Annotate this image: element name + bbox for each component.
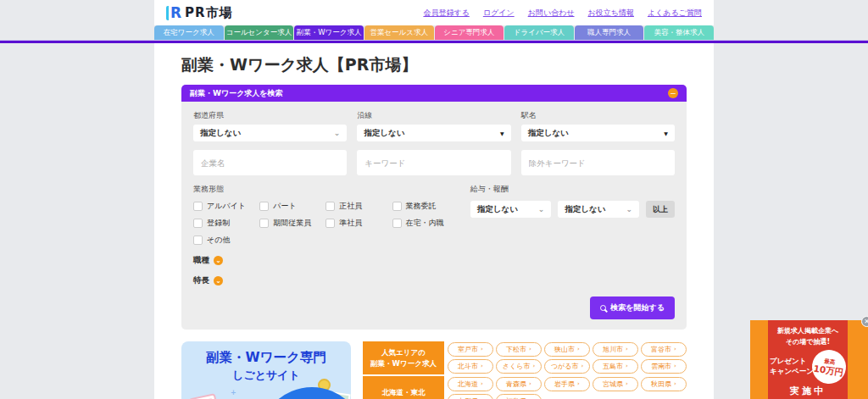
company-name-input[interactable] — [193, 150, 347, 175]
railline-label: 沿線 — [357, 110, 510, 121]
salary-type-select[interactable]: 指定しない ⌄ — [470, 201, 552, 218]
area-link[interactable]: 五島市› — [593, 359, 638, 374]
area-link[interactable]: 富谷市› — [641, 342, 687, 357]
prefecture-select[interactable]: 指定しない ⌄ — [193, 125, 347, 141]
checkbox-arbeit[interactable]: アルバイト — [193, 201, 254, 212]
tab-driver[interactable]: ドライバー求人 — [504, 25, 574, 40]
chevron-right-icon: › — [481, 363, 483, 369]
area-link[interactable]: さくら市› — [496, 359, 542, 374]
caret-down-icon: ▼ — [664, 130, 668, 136]
checkbox-icon[interactable] — [326, 202, 335, 211]
keyword-input[interactable] — [357, 150, 510, 175]
campaign-popup-banner[interactable]: 新規求人掲載企業へ その場で抽選! プレゼント キャンペーン 最高 10万円 実… — [750, 320, 868, 399]
category-tabs: 在宅ワーク求人 コールセンター求人 副業・Wワーク求人 営業セールス求人 シニア… — [154, 25, 714, 40]
exclude-keyword-input[interactable] — [521, 150, 675, 175]
tab-callcenter[interactable]: コールセンター求人 — [225, 25, 294, 40]
hokkaido-tohoku-links: 北海道› 青森県› 岩手県› 宮城県› 秋田県› 山形県› 福島県› — [448, 376, 687, 399]
prefecture-label: 都道府県 — [193, 110, 347, 121]
sparkle-icon: + — [231, 389, 236, 396]
page: R PR市場 会員登録する ログイン お問い合わせ お役立ち情報 よくあるご質問… — [0, 0, 868, 399]
hokkaido-tohoku-header: 北海道・東北 — [363, 376, 444, 399]
link-contact[interactable]: お問い合わせ — [528, 8, 575, 19]
area-link[interactable]: 狭山市› — [544, 342, 590, 357]
area-link[interactable]: 北海道› — [448, 377, 493, 391]
checkbox-icon[interactable] — [193, 236, 203, 245]
station-select[interactable]: 指定しない ▼ — [521, 125, 675, 141]
link-faq[interactable]: よくあるご質問 — [648, 8, 702, 19]
chevron-right-icon: › — [577, 346, 580, 352]
chevron-down-icon: ⌄ — [538, 205, 545, 213]
hokkaido-tohoku-row: 北海道・東北 北海道› 青森県› 岩手県› 宮城県› 秋田県› 山形県› 福島県… — [363, 376, 687, 399]
chevron-right-icon: › — [529, 381, 531, 387]
checkbox-outsourcing[interactable]: 業務委託 — [392, 201, 453, 212]
expand-chevron-icon[interactable]: ⌄ — [214, 276, 223, 285]
campaign-amount-badge: 最高 10万円 — [810, 347, 848, 385]
checkbox-icon[interactable] — [193, 202, 203, 211]
railline-select[interactable]: 指定しない ▼ — [357, 125, 510, 141]
logo-r-icon: R — [166, 6, 181, 20]
tab-eigyo[interactable]: 営業セールス求人 — [364, 25, 434, 40]
checkbox-icon[interactable] — [392, 202, 402, 211]
search-icon — [600, 305, 606, 311]
feature-expander[interactable]: 特長 ⌄ — [193, 275, 223, 286]
chevron-right-icon: › — [674, 363, 676, 369]
area-link[interactable]: 福島県› — [496, 394, 542, 399]
calculator-icon — [188, 393, 222, 399]
chevron-right-icon: › — [577, 381, 580, 387]
close-icon[interactable]: ✕ — [861, 316, 868, 327]
salary-suffix: 以上 — [646, 201, 675, 218]
site-promo-banner[interactable]: 副業・Wワーク専門 しごとサイト 安心して 応募できる しごと情報を 掲載中です… — [181, 341, 351, 399]
collapse-minus-icon[interactable]: − — [668, 88, 678, 98]
expand-chevron-icon[interactable]: ⌄ — [214, 256, 223, 265]
tab-shokunin[interactable]: 職人専門求人 — [575, 25, 644, 40]
worktype-label: 業務形態 — [193, 184, 453, 195]
tab-fukugyou-active[interactable]: 副業・Wワーク求人 — [294, 25, 364, 40]
campaign-present-text: プレゼント キャンペーン — [770, 357, 814, 377]
tab-biyou[interactable]: 美容・整体求人 — [644, 25, 714, 40]
page-title: 副業・Wワーク求人【PR市場】 — [181, 43, 687, 85]
chevron-down-icon: ⌄ — [626, 205, 632, 213]
campaign-popup-body: 新規求人掲載企業へ その場で抽選! プレゼント キャンペーン 最高 10万円 実… — [768, 320, 848, 399]
chevron-down-icon: ⌄ — [334, 129, 341, 137]
campaign-line1: 新規求人掲載企業へ — [768, 326, 848, 335]
checkbox-registration[interactable]: 登録制 — [193, 218, 254, 229]
checkbox-fulltime[interactable]: 正社員 — [326, 201, 387, 212]
tab-senior[interactable]: シニア専門求人 — [435, 25, 504, 40]
area-link[interactable]: 岩手県› — [544, 377, 590, 391]
checkbox-icon[interactable] — [392, 219, 402, 228]
area-link[interactable]: 山形県› — [448, 394, 493, 399]
site-logo[interactable]: R PR市場 — [166, 5, 233, 21]
link-login[interactable]: ログイン — [483, 8, 515, 19]
checkbox-icon[interactable] — [326, 219, 335, 228]
checkbox-icon[interactable] — [193, 219, 203, 228]
area-link[interactable]: 宮城県› — [593, 377, 638, 391]
salary-amount-select[interactable]: 指定しない ⌄ — [558, 201, 639, 218]
chevron-right-icon: › — [674, 346, 676, 352]
checkbox-contract[interactable]: 期間従業員 — [259, 218, 320, 229]
area-link[interactable]: 青森県› — [496, 377, 542, 391]
chevron-right-icon: › — [481, 346, 483, 352]
area-link[interactable]: 旭川市› — [593, 342, 638, 357]
area-link[interactable]: 雲南市› — [641, 359, 687, 374]
link-info[interactable]: お役立ち情報 — [588, 8, 634, 19]
checkbox-icon[interactable] — [259, 202, 269, 211]
area-link[interactable]: 下松市› — [496, 342, 542, 357]
jobtype-expander[interactable]: 職種 ⌄ — [193, 255, 223, 266]
area-link[interactable]: つがる市› — [544, 359, 590, 374]
chevron-right-icon: › — [581, 363, 583, 369]
tab-zaitaku[interactable]: 在宅ワーク求人 — [154, 25, 224, 40]
area-link-table: 人気エリアの 副業・Wワーク求人 室戸市› 下松市› 狭山市› 旭川市› 富谷市… — [363, 341, 687, 399]
link-signup[interactable]: 会員登録する — [423, 8, 469, 19]
header-links: 会員登録する ログイン お問い合わせ お役立ち情報 よくあるご質問 — [423, 8, 702, 19]
area-link[interactable]: 室戸市› — [448, 342, 493, 357]
checkbox-homework[interactable]: 在宅・内職 — [392, 218, 453, 229]
checkbox-part[interactable]: パート — [259, 201, 320, 212]
search-submit-button[interactable]: 検索を開始する — [590, 296, 675, 319]
checkbox-semiregular[interactable]: 準社員 — [326, 218, 387, 229]
checkbox-other[interactable]: その他 — [193, 235, 254, 246]
checkbox-icon[interactable] — [259, 219, 269, 228]
area-link[interactable]: 秋田県› — [641, 377, 687, 391]
area-link[interactable]: 北斗市› — [448, 359, 493, 374]
popular-area-row: 人気エリアの 副業・Wワーク求人 室戸市› 下松市› 狭山市› 旭川市› 富谷市… — [363, 341, 687, 374]
search-panel-header[interactable]: 副業・Wワーク求人を検索 − — [181, 85, 687, 102]
